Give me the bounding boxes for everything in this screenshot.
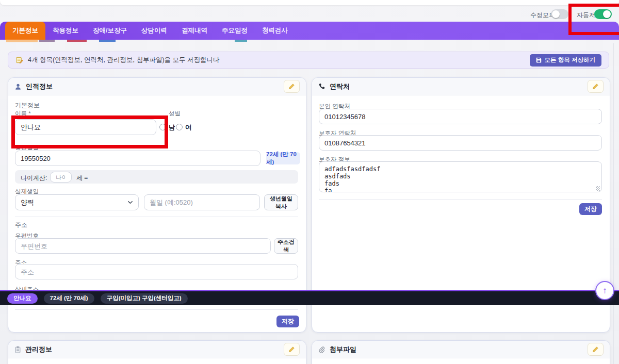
guardian-phone-input[interactable]	[319, 135, 602, 151]
pencil-icon	[288, 346, 295, 353]
gender-male-label: 남	[169, 123, 175, 132]
tab-color-strip	[99, 40, 116, 42]
contact-save-button[interactable]: 저장	[579, 203, 602, 215]
card-title: 인적정보	[26, 82, 53, 91]
management-info-card: 관리정보	[8, 340, 306, 364]
address-section-label: 주소	[15, 221, 27, 229]
banner-text: 4개 항목(인적정보, 연락처, 관리정보, 첨부파일)을 모두 저장합니다	[28, 56, 220, 64]
edit-mode-toggle[interactable]	[551, 9, 568, 19]
edit-contact-button[interactable]	[588, 80, 604, 93]
birthdate-input[interactable]	[15, 151, 260, 166]
contact-header: 연락처	[312, 78, 610, 95]
edit-attachments-button[interactable]	[588, 343, 604, 356]
toggle-knob	[552, 10, 560, 18]
scroll-to-top-button[interactable]: ↑	[595, 281, 614, 300]
toggle-knob	[603, 10, 611, 18]
section-divider	[15, 217, 298, 217]
self-phone-input[interactable]	[319, 109, 602, 124]
card-footer-divider	[15, 309, 298, 310]
save-all-banner: 4개 항목(인적정보, 연락처, 관리정보, 첨부파일)을 모두 저장합니다 모…	[8, 52, 609, 69]
tab-hearing-test[interactable]: 청력검사	[255, 22, 295, 40]
calendar-select-value: 양력	[21, 198, 34, 207]
scrollbar[interactable]	[613, 43, 614, 364]
gender-label: 성별	[169, 110, 181, 118]
tab-basic-info[interactable]: 기본정보	[5, 22, 45, 40]
person-icon	[14, 83, 22, 90]
save-icon	[536, 57, 542, 63]
window-top-strip	[0, 0, 619, 5]
tab-disability-aids[interactable]: 장애/보장구	[86, 22, 134, 40]
age-calc-suffix: 세 =	[76, 174, 88, 183]
personal-info-save-button[interactable]: 저장	[276, 316, 299, 327]
age-calc-label: 나이계산:	[21, 174, 47, 183]
age-badge: 72세 (만 70세)	[266, 152, 300, 164]
tab-bar: 기본정보 착용정보 장애/보장구 상담이력 결제내역 주요일정 청력검사	[0, 22, 619, 40]
pencil-icon	[592, 83, 599, 90]
calendar-select[interactable]: 양력	[15, 194, 139, 210]
monthday-input[interactable]	[144, 194, 260, 210]
save-all-button-label: 모든 항목 저장하기	[545, 56, 595, 64]
patient-name-pill: 안나요	[7, 293, 38, 304]
edit-management-button[interactable]	[284, 343, 300, 356]
purchase-status-pill: 구입(미입고) 구입(센터입고)	[101, 293, 188, 304]
arrow-up-icon: ↑	[602, 286, 607, 296]
gender-female-radio[interactable]	[176, 124, 183, 130]
attachments-card: 첨부파일	[312, 340, 610, 364]
tab-consult-history[interactable]: 상담이력	[134, 22, 174, 40]
age-calc-input[interactable]	[50, 172, 72, 183]
chevron-down-icon	[127, 200, 133, 205]
address-input[interactable]	[15, 264, 298, 279]
card-title: 관리정보	[25, 345, 52, 354]
basic-section-label: 기본정보	[15, 101, 40, 110]
phone-icon	[318, 83, 325, 90]
tab-color-strip	[235, 40, 247, 42]
card-footer-divider	[319, 199, 602, 200]
gender-female-label: 여	[185, 123, 192, 132]
card-title: 첨부파일	[330, 345, 356, 354]
paperclip-icon	[318, 346, 325, 353]
personal-info-header: 인적정보	[8, 78, 306, 95]
card-title: 연락처	[330, 82, 350, 91]
app-page: 수정모드 자동저장 기본정보 착용정보 장애/보장구 상담이력 결제내역 주요일…	[0, 0, 619, 364]
gender-male-radio[interactable]	[159, 124, 166, 130]
name-label: 이름 *	[15, 110, 31, 118]
tab-payment-history[interactable]: 결제내역	[174, 22, 215, 40]
autosave-toggle[interactable]	[594, 9, 612, 19]
name-input[interactable]	[15, 119, 156, 135]
memo-icon	[15, 56, 23, 64]
tab-color-strip	[6, 40, 38, 42]
tab-schedule[interactable]: 주요일정	[215, 22, 255, 40]
tab-color-strip	[39, 40, 55, 42]
tab-wearing-info[interactable]: 착용정보	[45, 22, 86, 40]
patient-age-pill: 72세 (만 70세)	[44, 293, 94, 304]
management-info-header: 관리정보	[8, 341, 306, 358]
pencil-icon	[288, 83, 295, 90]
guardian-info-textarea[interactable]: adfadsfasdfadsf asdfads fads fa	[319, 161, 602, 192]
edit-personal-info-button[interactable]	[284, 80, 300, 93]
patient-summary-bar: 안나요 72세 (만 70세) 구입(미입고) 구입(센터입고)	[0, 290, 619, 305]
postcode-input[interactable]	[15, 238, 271, 254]
save-all-button[interactable]: 모든 항목 저장하기	[530, 54, 601, 67]
textarea-resize-handle[interactable]	[596, 186, 600, 191]
copy-birthdate-button[interactable]: 생년월일 복사	[264, 194, 298, 210]
tab-color-strip	[67, 40, 87, 42]
attachments-header: 첨부파일	[312, 341, 610, 358]
pencil-icon	[592, 346, 599, 353]
address-search-button[interactable]: 주소검색	[274, 238, 298, 254]
clipboard-icon	[14, 346, 21, 353]
